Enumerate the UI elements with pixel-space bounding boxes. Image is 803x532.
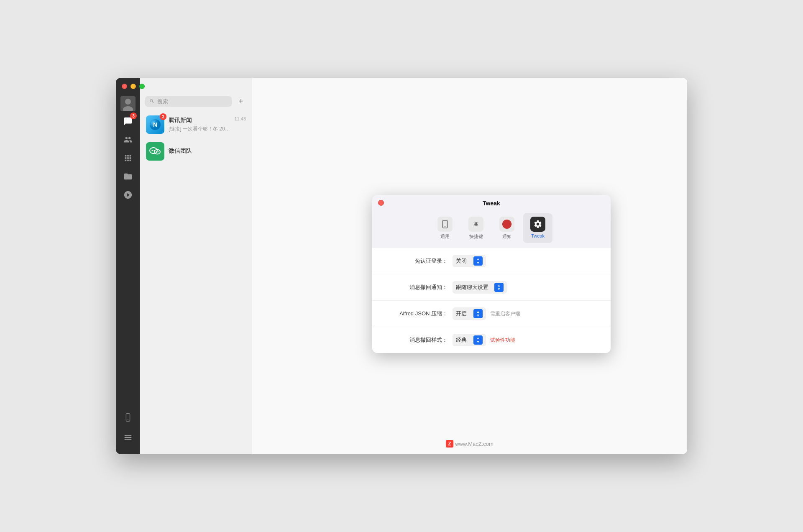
close-button[interactable] — [122, 84, 127, 89]
sidebar-item-moments[interactable] — [120, 187, 136, 202]
svg-text:N: N — [153, 121, 157, 128]
recall-style-value: 经典 — [456, 336, 467, 344]
setting-row-recall-style: 消息撤回样式： 经典 ▲ ▼ 试验性功能 — [372, 327, 611, 353]
app-window: 3 — [116, 78, 687, 454]
recall-style-select[interactable]: 经典 ▲ ▼ — [453, 334, 486, 346]
anon-login-label: 免认证登录： — [389, 257, 448, 265]
avatar[interactable] — [120, 96, 136, 111]
tab-general-icon — [437, 217, 453, 232]
tab-general[interactable]: 通用 — [430, 213, 460, 243]
recall-notify-label: 消息撤回通知： — [389, 284, 448, 291]
watermark-logo: Z — [446, 440, 453, 448]
alfred-json-arrows: ▲ ▼ — [473, 309, 483, 318]
wechat-team-avatar — [146, 142, 164, 161]
recall-style-arrows: ▲ ▼ — [473, 335, 483, 345]
watermark: Z www.MacZ.com — [446, 440, 494, 448]
tab-tweak-label: Tweak — [531, 233, 545, 238]
svg-point-14 — [445, 226, 445, 227]
wechat-team-name: 微信团队 — [169, 147, 246, 155]
dialog-tabs: 通用 ⌘ 快捷键 通知 — [372, 210, 611, 248]
sidebar-item-phone[interactable] — [120, 410, 136, 425]
chat-avatar-wrap: N 3 — [146, 115, 164, 134]
tab-general-label: 通用 — [440, 233, 450, 240]
wechat-team-info: 微信团队 — [169, 147, 246, 156]
tab-tweak[interactable]: Tweak — [523, 213, 552, 243]
anon-login-arrows: ▲ ▼ — [473, 256, 483, 266]
tab-notify-icon — [499, 217, 514, 232]
anon-login-value: 关闭 — [456, 257, 467, 265]
sidebar-item-menu[interactable] — [120, 430, 136, 445]
recall-notify-select[interactable]: 跟随聊天设置 ▲ ▼ — [453, 281, 507, 294]
recall-notify-arrows: ▲ ▼ — [494, 283, 504, 292]
sidebar: 3 — [116, 78, 140, 454]
sidebar-item-files[interactable] — [120, 169, 136, 184]
dialog-title: Tweak — [483, 200, 500, 207]
wechat-team-avatar-wrap — [146, 142, 164, 161]
search-input-wrap[interactable] — [145, 96, 232, 107]
chat-item-wechat-team[interactable]: 微信团队 — [140, 138, 252, 165]
search-icon — [149, 98, 155, 104]
setting-row-recall-notify: 消息撤回通知： 跟随聊天设置 ▲ ▼ — [372, 274, 611, 301]
tencent-news-name: 腾讯新闻 — [169, 117, 230, 124]
sidebar-item-contacts[interactable] — [120, 132, 136, 147]
svg-rect-3 — [126, 414, 130, 421]
search-bar: + — [140, 91, 252, 111]
anon-login-control: 关闭 ▲ ▼ — [453, 255, 486, 267]
svg-point-11 — [156, 151, 157, 152]
recall-style-control: 经典 ▲ ▼ 试验性功能 — [453, 334, 515, 346]
recall-style-note: 试验性功能 — [490, 336, 515, 343]
tencent-news-time: 11:43 — [234, 115, 246, 121]
minimize-button[interactable] — [130, 84, 136, 89]
anon-login-select[interactable]: 关闭 ▲ ▼ — [453, 255, 486, 267]
svg-point-7 — [150, 148, 157, 153]
tencent-news-badge: 3 — [160, 113, 166, 120]
tab-shortcut-label: 快捷键 — [469, 233, 483, 240]
traffic-lights — [122, 84, 145, 89]
alfred-json-control: 开启 ▲ ▼ 需重启客户端 — [453, 307, 520, 320]
setting-row-alfred-json: Alfred JSON 压缩： 开启 ▲ ▼ 需重启客户端 — [372, 301, 611, 327]
dialog-body: 免认证登录： 关闭 ▲ ▼ 消息撤回通知： — [372, 248, 611, 353]
alfred-json-select[interactable]: 开启 ▲ ▼ — [453, 307, 486, 320]
maximize-button[interactable] — [139, 84, 145, 89]
dialog-close-button[interactable] — [378, 200, 384, 206]
alfred-json-note: 需重启客户端 — [490, 310, 520, 317]
tab-notify-label: 通知 — [502, 233, 511, 240]
alfred-json-value: 开启 — [456, 310, 467, 317]
tencent-news-info: 腾讯新闻 [链接] 一次看个够！冬 20 运 20... — [169, 117, 230, 133]
recall-notify-control: 跟随聊天设置 ▲ ▼ — [453, 281, 507, 294]
search-input[interactable] — [157, 98, 228, 105]
tab-shortcut-icon: ⌘ — [468, 217, 483, 232]
dialog-titlebar: Tweak — [372, 195, 611, 210]
svg-point-12 — [158, 151, 159, 152]
setting-row-anon-login: 免认证登录： 关闭 ▲ ▼ — [372, 248, 611, 274]
add-button[interactable]: + — [235, 95, 247, 107]
recall-notify-value: 跟随聊天设置 — [456, 284, 488, 291]
svg-point-1 — [125, 99, 131, 105]
tencent-news-preview: [链接] 一次看个够！冬 20 运 20... — [169, 125, 230, 133]
sidebar-bottom — [120, 409, 136, 454]
chat-list-panel: + N 3 — [140, 78, 252, 454]
tab-notify[interactable]: 通知 — [492, 213, 522, 243]
svg-point-4 — [128, 419, 128, 420]
tab-tweak-icon — [530, 217, 545, 232]
sidebar-item-apps[interactable] — [120, 151, 136, 166]
svg-point-8 — [152, 150, 153, 151]
sidebar-item-chat[interactable]: 3 — [120, 114, 136, 129]
tweak-dialog: Tweak 通用 ⌘ 快捷键 — [372, 195, 611, 353]
recall-style-label: 消息撤回样式： — [389, 336, 448, 344]
watermark-text: www.MacZ.com — [455, 441, 494, 447]
tab-shortcut[interactable]: ⌘ 快捷键 — [461, 213, 491, 243]
chat-badge: 3 — [130, 113, 137, 119]
alfred-json-label: Alfred JSON 压缩： — [389, 310, 448, 317]
main-content: Tweak 通用 ⌘ 快捷键 — [252, 78, 687, 454]
chat-item-tencent-news[interactable]: N 3 腾讯新闻 [链接] 一次看个够！冬 20 运 20... 11:43 — [140, 111, 252, 138]
